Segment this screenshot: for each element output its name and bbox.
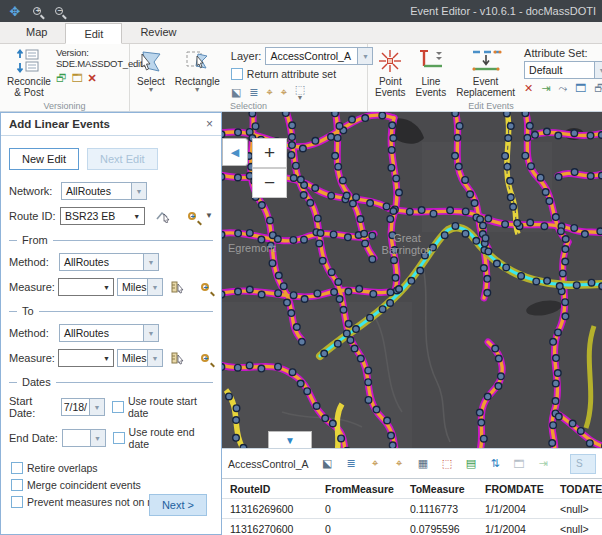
collapse-table-button[interactable]: ▼ bbox=[268, 431, 312, 448]
col-tomeasure[interactable]: ToMeasure bbox=[402, 479, 477, 499]
reconcile-post-button[interactable]: Reconcile & Post bbox=[4, 47, 54, 99]
table-note-icon[interactable]: 🗔 bbox=[512, 456, 527, 471]
versioning-group-label: Versioning bbox=[0, 101, 129, 111]
map-zoom-in-button[interactable]: + bbox=[252, 138, 287, 168]
map-label-great: Great bbox=[393, 232, 421, 244]
attribute-set-dropdown[interactable]: Default ▼ bbox=[524, 61, 602, 79]
select-dropdown-caret[interactable]: ▼ bbox=[147, 87, 154, 93]
map-viewport[interactable]: Egremont Great Barrington ◀ + − ▼ bbox=[222, 112, 602, 448]
panel-close-icon[interactable]: × bbox=[206, 117, 213, 131]
table-calculate-icon[interactable]: ▦ bbox=[416, 456, 431, 471]
event-replacement-icon bbox=[469, 48, 503, 74]
tab-edit[interactable]: Edit bbox=[65, 23, 122, 44]
table-row[interactable]: 11316269600 0 0.1116773 1/1/2004 <null> … bbox=[222, 499, 602, 519]
pan-icon[interactable]: ✥ bbox=[6, 3, 24, 19]
from-pick-measure-icon[interactable] bbox=[170, 279, 187, 295]
rectangle-button[interactable]: Rectangle ▼ bbox=[172, 47, 223, 101]
route-id-combo-arrow[interactable]: ▼ bbox=[130, 213, 144, 220]
layer-dropdown[interactable]: AccessControl_A ▼ bbox=[265, 47, 373, 65]
use-route-end-date-checkbox[interactable] bbox=[113, 432, 125, 444]
table-select-by-shape-icon[interactable]: ⬕ bbox=[320, 456, 335, 471]
to-zoom-icon[interactable]: + bbox=[197, 350, 214, 366]
point-events-button[interactable]: Point Events bbox=[372, 47, 409, 99]
table-toolbar: AccessControl_A ⬕ ≣ ⌖ ⌖ ▦ ⬚ ▤ ⇅ 🗔 ⇥ S bbox=[222, 449, 602, 478]
line-events-caret bbox=[436, 52, 442, 55]
from-method-dropdown[interactable]: AllRoutes ▼ bbox=[59, 253, 159, 271]
zoom-out-icon[interactable]: − bbox=[50, 3, 68, 19]
route-zoom-caret[interactable]: ▼ bbox=[205, 213, 213, 219]
network-dropdown-arrow[interactable]: ▼ bbox=[131, 183, 146, 199]
new-version-icon[interactable]: 🗔 bbox=[72, 72, 83, 84]
to-measure-combo[interactable]: ▼ bbox=[58, 349, 114, 367]
retire-overlaps-checkbox[interactable] bbox=[11, 462, 23, 474]
point-events-icon bbox=[377, 48, 403, 74]
pan-to-selection-icon[interactable]: ⌖ bbox=[281, 86, 287, 98]
compare-versions-icon[interactable]: 🗗 bbox=[56, 72, 67, 84]
use-route-start-date-checkbox[interactable] bbox=[112, 401, 124, 413]
selection-group-label: Selection bbox=[130, 101, 367, 111]
window-title: Event Editor - v10.6.1 - docMassDOTI bbox=[410, 5, 596, 17]
route-zoom-icon[interactable]: + bbox=[183, 208, 200, 224]
next-button[interactable]: Next > bbox=[149, 494, 207, 516]
panel-title: Add Linear Events bbox=[9, 118, 110, 130]
table-list-icon[interactable]: ≣ bbox=[344, 456, 359, 471]
delete-version-icon[interactable]: ✕ bbox=[88, 72, 97, 84]
attribute-set-label: Attribute Set: bbox=[524, 47, 602, 59]
attributes-window-icon[interactable]: 🗖 bbox=[575, 82, 586, 94]
end-date-combo[interactable]: ▼ bbox=[62, 429, 106, 447]
line-events-button[interactable]: Line Events bbox=[413, 47, 450, 99]
map-label-egremont: Egremont bbox=[228, 242, 276, 254]
new-edit-button[interactable]: New Edit bbox=[9, 148, 79, 170]
attributes-panels-icon[interactable]: 🗗 bbox=[594, 82, 602, 94]
col-frommeasure[interactable]: FromMeasure bbox=[317, 479, 402, 499]
collapse-panel-left-button[interactable]: ◀ bbox=[222, 138, 248, 166]
prevent-measures-checkbox[interactable] bbox=[11, 496, 23, 508]
select-by-shape-icon[interactable]: ⬕ bbox=[231, 86, 241, 98]
route-id-combo[interactable]: BSR23 EB ▼ bbox=[60, 207, 145, 225]
selection-list-icon[interactable]: ≣ bbox=[249, 86, 258, 98]
to-unit-dropdown[interactable]: Miles ▼ bbox=[117, 349, 163, 367]
ribbon-tabs: Map Edit Review bbox=[0, 22, 602, 44]
col-routeid[interactable]: RouteID bbox=[222, 479, 317, 499]
tab-review[interactable]: Review bbox=[122, 22, 194, 43]
table-zoom-to-selection-icon[interactable]: ⌖ bbox=[368, 456, 383, 471]
return-attribute-checkbox[interactable] bbox=[231, 68, 243, 80]
delete-event-icon[interactable]: ✕ bbox=[524, 82, 533, 94]
from-zoom-icon[interactable]: + bbox=[197, 279, 214, 295]
from-measure-combo[interactable]: ▼ bbox=[58, 278, 114, 296]
col-todate[interactable]: TODATE bbox=[552, 479, 602, 499]
table-clear-selection-icon[interactable]: ⬚ bbox=[440, 456, 455, 471]
clear-selection-icon[interactable]: ⬚▼ bbox=[295, 83, 305, 101]
from-unit-dropdown[interactable]: Miles ▼ bbox=[117, 278, 163, 296]
zoom-to-selection-icon[interactable]: ⌖ bbox=[266, 86, 272, 98]
dates-legend: Dates bbox=[17, 376, 56, 388]
select-button[interactable]: Select ▼ bbox=[134, 47, 168, 101]
edit-events-group-label: Edit Events bbox=[368, 101, 602, 111]
to-pick-measure-icon[interactable] bbox=[170, 350, 187, 366]
table-sort-icon[interactable]: ⇅ bbox=[488, 456, 503, 471]
select-route-on-map-icon[interactable] bbox=[155, 208, 172, 224]
network-dropdown[interactable]: AllRoutes ▼ bbox=[61, 182, 147, 200]
map-zoom-out-button[interactable]: − bbox=[252, 168, 287, 198]
split-event-icon[interactable]: ⤳ bbox=[559, 82, 568, 94]
attribute-set-dropdown-arrow[interactable]: ▼ bbox=[594, 62, 602, 78]
table-partial-button[interactable]: S bbox=[570, 454, 596, 474]
start-date-combo[interactable]: 7/18/ ▼ bbox=[61, 398, 105, 416]
table-add-record-icon[interactable]: ▤ bbox=[464, 456, 479, 471]
tab-map[interactable]: Map bbox=[8, 22, 65, 43]
event-replacement-button[interactable]: Event Replacement bbox=[453, 47, 518, 99]
line-events-icon bbox=[416, 48, 446, 74]
to-method-dropdown[interactable]: AllRoutes ▼ bbox=[59, 324, 159, 342]
move-event-icon[interactable]: ⇥ bbox=[541, 82, 550, 94]
rectangle-dropdown-caret[interactable]: ▼ bbox=[194, 87, 201, 93]
next-edit-button: Next Edit bbox=[87, 148, 158, 170]
route-id-label: Route ID: bbox=[9, 210, 60, 222]
zoom-in-icon[interactable]: + bbox=[28, 3, 46, 19]
col-fromdate[interactable]: FROMDATE bbox=[477, 479, 552, 499]
table-split-icon[interactable]: ⇥ bbox=[536, 456, 551, 471]
table-row[interactable]: 11316270600 0 0.0795596 1/1/2004 <null> … bbox=[222, 519, 602, 535]
attribute-table[interactable]: RouteID FromMeasure ToMeasure FROMDATE T… bbox=[222, 478, 602, 535]
reconcile-post-icon bbox=[16, 48, 42, 74]
merge-coincident-checkbox[interactable] bbox=[11, 479, 23, 491]
table-pan-to-selection-icon[interactable]: ⌖ bbox=[392, 456, 407, 471]
